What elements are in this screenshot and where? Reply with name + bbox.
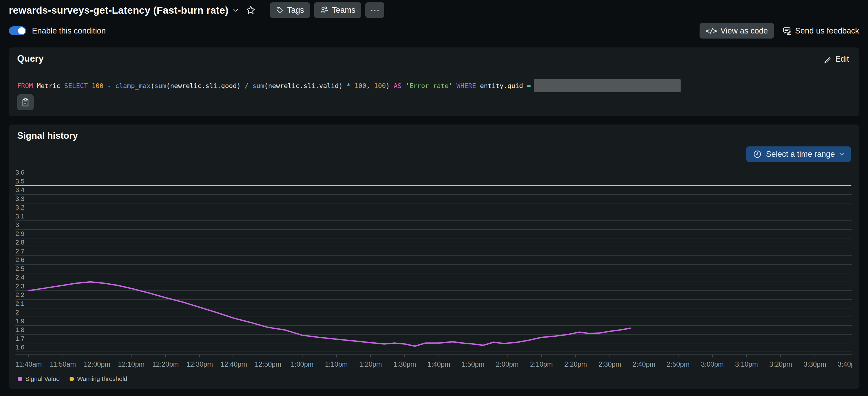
teams-label: Teams [332, 6, 355, 15]
nrql-token: (newrelic.sli.good) [166, 82, 241, 89]
x-tick-label: 11:50am [50, 361, 76, 368]
nrql-token: ) [386, 82, 390, 89]
nrql-token [390, 82, 394, 89]
query-heading: Query [17, 53, 44, 64]
clock-icon [753, 150, 762, 159]
header-buttons: Tags Teams ⋯ [270, 2, 384, 18]
page-title[interactable]: rewards-surveys-get-Latency (Fast-burn r… [9, 4, 228, 16]
teams-icon [320, 6, 328, 14]
signal-value-line [29, 282, 630, 346]
time-range-label: Select a time range [766, 150, 835, 159]
topbar: rewards-surveys-get-Latency (Fast-burn r… [9, 2, 859, 18]
x-tick-label: 11:40am [16, 361, 42, 368]
legend-item[interactable]: Warning threshold [69, 375, 127, 383]
y-tick-label: 2.9 [16, 230, 25, 237]
nrql-token: sum [252, 82, 265, 89]
nrql-token [401, 82, 405, 89]
send-feedback-link[interactable]: Send us feedback [783, 26, 859, 35]
signal-history-chart: 3.63.53.43.33.23.132.92.82.72.62.52.42.3… [14, 166, 852, 370]
y-axis: 3.63.53.43.33.23.132.92.82.72.62.52.42.3… [16, 169, 852, 352]
x-tick-label: 12:40pm [221, 361, 247, 368]
x-tick-label: 1:20pm [359, 361, 382, 368]
teams-button[interactable]: Teams [314, 2, 362, 18]
enable-condition-toggle[interactable] [9, 26, 26, 35]
x-tick-label: 2:30pm [598, 361, 621, 368]
nrql-token [452, 82, 456, 89]
view-as-code-button[interactable]: </> View as code [700, 23, 774, 38]
nrql-token [343, 82, 346, 89]
y-tick-label: 2.8 [16, 238, 25, 246]
legend-dot [69, 377, 74, 381]
x-tick-label: 2:00pm [496, 361, 519, 368]
x-tick-label: 12:10pm [118, 361, 145, 368]
y-tick-label: 2.4 [16, 274, 25, 281]
y-tick-label: 1.7 [16, 335, 25, 342]
favorite-star-button[interactable] [246, 5, 256, 15]
y-tick-label: 3.2 [16, 204, 25, 211]
entity-guid-redacted-value [534, 79, 681, 92]
edit-pencil-icon [823, 55, 832, 63]
nrql-token: (newrelic.sli.valid) [265, 82, 343, 89]
more-actions-button[interactable]: ⋯ [365, 2, 384, 18]
signal-history-panel: Signal history Select a time range 3.63.… [9, 124, 859, 389]
query-panel: Query Edit FROM Metric SELECT 100 - clam… [9, 48, 859, 116]
nrql-token: clamp_max [115, 82, 150, 89]
x-tick-label: 3:20pm [769, 361, 792, 368]
clipboard-icon [21, 98, 30, 107]
signal-history-heading: Signal history [17, 131, 78, 141]
x-tick-label: 1:30pm [394, 361, 416, 368]
tag-icon [276, 6, 284, 14]
x-tick-label: 2:10pm [530, 361, 553, 368]
x-tick-label: 3:40pm [838, 361, 852, 368]
x-tick-label: 12:00pm [84, 361, 111, 368]
x-tick-label: 3:10pm [735, 361, 758, 368]
y-tick-label: 1.8 [16, 326, 25, 334]
nrql-token: sum [155, 82, 166, 89]
y-tick-label: 2.1 [16, 300, 25, 307]
chevron-down-icon [233, 8, 239, 12]
legend-label: Signal Value [25, 375, 60, 383]
chevron-down-icon [839, 152, 844, 156]
y-tick-label: 1.6 [16, 343, 25, 351]
nrql-token [111, 82, 115, 89]
x-tick-label: 2:50pm [667, 361, 689, 368]
more-icon: ⋯ [370, 7, 379, 13]
edit-label: Edit [835, 55, 849, 64]
nrql-token [350, 82, 354, 89]
nrql-token: SELECT [64, 82, 88, 89]
y-tick-label: 2.6 [16, 256, 25, 263]
nrql-token: WHERE [457, 82, 476, 89]
code-icon: </> [706, 27, 717, 35]
feedback-icon [783, 26, 792, 35]
y-tick-label: 2 [16, 309, 19, 316]
tags-button[interactable]: Tags [270, 2, 310, 18]
x-tick-label: 1:50pm [462, 361, 485, 368]
condition-toolbar: Enable this condition </> View as code S… [9, 21, 859, 40]
x-tick-label: 12:30pm [187, 361, 213, 368]
y-tick-label: 2.2 [16, 291, 25, 299]
x-tick-label: 3:30pm [803, 361, 826, 368]
y-tick-label: 2.5 [16, 265, 25, 273]
y-tick-label: 3.5 [16, 177, 25, 185]
x-tick-label: 3:00pm [701, 361, 724, 368]
nrql-token: AS [394, 82, 402, 89]
x-tick-label: 1:00pm [291, 361, 313, 368]
nrql-token [103, 82, 107, 89]
legend-item[interactable]: Signal Value [18, 375, 60, 383]
toolbar-right: </> View as code Send us feedback [700, 23, 859, 38]
y-tick-label: 3 [16, 221, 19, 229]
nrql-token: 100 [374, 82, 386, 89]
chart-legend: Signal ValueWarning threshold [18, 375, 127, 383]
nrql-token: / [245, 82, 248, 89]
nrql-query-text: FROM Metric SELECT 100 - clamp_max(sum(n… [17, 79, 851, 93]
nrql-token: 100 [92, 82, 104, 89]
x-tick-label: 2:20pm [564, 361, 587, 368]
edit-query-button[interactable]: Edit [823, 55, 849, 64]
nrql-token [88, 82, 91, 89]
nrql-token [241, 82, 245, 89]
time-range-button[interactable]: Select a time range [746, 146, 851, 162]
y-tick-label: 1.9 [16, 317, 25, 325]
title-menu[interactable] [233, 8, 239, 12]
copy-query-button[interactable] [17, 94, 34, 110]
legend-label: Warning threshold [77, 375, 127, 383]
